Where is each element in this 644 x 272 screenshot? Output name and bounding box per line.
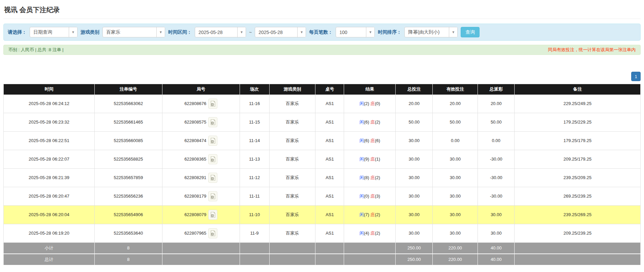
cell-note: 209.25/239.25 [515,224,641,242]
cell-note: 229.25/249.25 [515,95,641,113]
page-1-button[interactable]: 1 [631,72,641,81]
total-bet-link[interactable]: 30.00 [396,205,433,224]
cell-round: 622808676 [162,95,240,113]
result-player-value: (6) [364,120,369,125]
cell-round: 622808291 [162,168,240,187]
summary-label: 总计 [4,254,95,265]
cell-table-no: AS1 [315,168,344,187]
cell-note: 239.25/209.25 [515,168,641,187]
video-replay-icon[interactable] [208,99,217,109]
cell-bet-id: 522535663062 [94,95,162,113]
total-bet-link[interactable]: 30.00 [396,131,433,150]
video-replay-icon[interactable] [208,173,217,183]
column-header: 注单编号 [94,84,162,95]
cell-table-no: AS1 [315,113,344,131]
result-player-value: (2) [364,101,369,106]
sort-select-value: 降幂(由大到小) [405,27,449,37]
result-banker-label: 庄 [370,212,375,217]
cell-round: 622808179 [162,187,240,205]
cell-session: 11-16 [240,95,269,113]
cell-result: 闲(2) 庄(0) [344,95,396,113]
total-bet-link[interactable]: 30.00 [396,150,433,168]
page-title: 视讯 会员下注纪录 [3,5,641,19]
cell-time: 2025-05-28 06:19:20 [4,224,95,242]
result-player-value: (6) [364,138,369,143]
sort-select[interactable]: 降幂(由大到小) ▼ [404,27,458,37]
valid-bet-notice-text: 同局有效投注，统一计算在该局第一张注单内 [548,47,636,53]
cell-payout: 0.00 [478,131,515,150]
cell-payout: -30.00 [478,168,515,187]
total-bet-link[interactable]: 50.00 [396,113,433,131]
filter-bar: 请选择： 日期查询 ▼ 游戏类别 百家乐 ▼ 时间区间： 2025-05-28 … [3,24,641,41]
per-page-value: 100 [336,27,366,37]
cell-payout: -30.00 [478,187,515,205]
search-button[interactable]: 查询 [461,27,480,37]
cell-round: 622807965 [162,224,240,242]
result-player-label: 闲 [360,175,364,180]
cell-session: 11-14 [240,131,269,150]
video-replay-icon[interactable] [208,136,217,146]
result-banker-label: 庄 [370,157,375,162]
video-replay-icon[interactable] [208,191,217,201]
table-row: 2025-05-28 06:20:04 522535654906 6228080… [4,205,641,224]
mode-label: 请选择： [8,29,27,35]
cell-valid-bet: 30.00 [433,224,478,242]
video-replay-icon[interactable] [208,154,217,164]
table-row: 2025-05-28 06:23:32 522535661465 6228085… [4,113,641,131]
cell-game-type: 百家乐 [269,224,315,242]
cell-table-no: AS1 [315,224,344,242]
total-bet-link[interactable]: 20.00 [396,95,433,113]
date-from-select[interactable]: 2025-05-28 ▼ [195,27,246,37]
video-replay-icon[interactable] [208,117,217,127]
cell-table-no: AS1 [315,131,344,150]
cell-bet-id: 522535658825 [94,150,162,168]
cell-note: 179.25/229.25 [515,113,641,131]
bet-records-table: 时间注单编号局号场次游戏类别桌号结果总投注有效投注总派彩备注 2025-05-2… [3,84,641,266]
game-type-select[interactable]: 百家乐 ▼ [102,27,165,37]
cell-result: 闲(7) 庄(2) [344,205,396,224]
currency-summary-text: 币别 : 人民币 | 总共 :8 注单 | [8,47,64,53]
cell-note: 239.25/269.25 [515,205,641,224]
column-header: 场次 [240,84,269,95]
total-bet-link[interactable]: 30.00 [396,224,433,242]
round-number: 622808676 [184,101,206,106]
cell-game-type: 百家乐 [269,131,315,150]
result-player-label: 闲 [360,194,364,199]
column-header: 游戏类别 [269,84,315,95]
cell-session: 11-10 [240,205,269,224]
video-replay-icon[interactable] [208,228,217,238]
summary-count: 8 [94,254,162,265]
cell-session: 11-12 [240,168,269,187]
table-row: 2025-05-28 06:24:12 522535663062 6228086… [4,95,641,113]
video-replay-icon[interactable] [208,210,217,220]
total-bet-link[interactable]: 30.00 [396,187,433,205]
cell-valid-bet: 30.00 [433,150,478,168]
table-row: 2025-05-28 06:19:20 522535653640 6228079… [4,224,641,242]
column-header: 总派彩 [478,84,515,95]
cell-time: 2025-05-28 06:23:32 [4,113,95,131]
cell-payout: 30.00 [478,205,515,224]
result-banker-value: (2) [375,175,380,180]
per-page-select[interactable]: 100 ▼ [336,27,375,37]
result-player-value: (0) [364,194,369,199]
total-bet-link[interactable]: 30.00 [396,168,433,187]
cell-valid-bet: 30.00 [433,187,478,205]
column-header: 总投注 [396,84,433,95]
result-player-label: 闲 [360,231,364,236]
cell-result: 闲(8) 庄(2) [344,168,396,187]
date-to-select[interactable]: 2025-05-28 ▼ [255,27,306,37]
cell-time: 2025-05-28 06:22:07 [4,150,95,168]
table-row: 2025-05-28 06:21:39 522535657859 6228082… [4,168,641,187]
result-banker-label: 庄 [370,194,375,199]
cell-round: 622808079 [162,205,240,224]
cell-valid-bet: 30.00 [433,168,478,187]
date-to-value: 2025-05-28 [255,27,297,37]
result-player-value: (9) [364,157,369,162]
cell-game-type: 百家乐 [269,113,315,131]
mode-select[interactable]: 日期查询 ▼ [30,27,78,37]
summary-total-bet: 250.00 [396,242,433,254]
cell-game-type: 百家乐 [269,205,315,224]
cell-time: 2025-05-28 06:20:47 [4,187,95,205]
cell-bet-id: 522535656236 [94,187,162,205]
chevron-down-icon: ▼ [366,27,374,37]
